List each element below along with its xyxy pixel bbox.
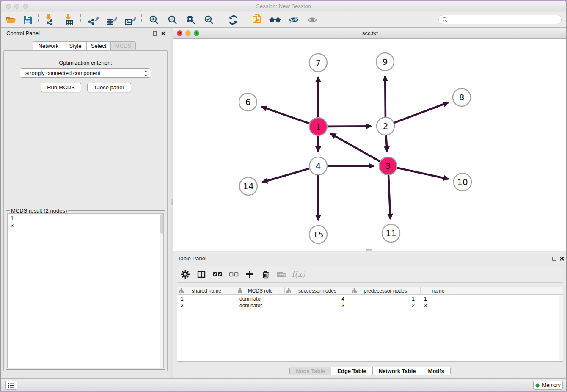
add-column-icon[interactable] [242, 268, 258, 281]
cell-shared-name[interactable]: 1 [177, 295, 236, 302]
edge-2-8[interactable] [394, 102, 449, 123]
zoom-selected-icon[interactable] [202, 14, 216, 26]
window-title: Session: New Session [1, 3, 566, 9]
duplicate-network-icon[interactable] [250, 14, 264, 26]
graph-node-6[interactable]: 6 [239, 93, 257, 111]
graph-node-10[interactable]: 10 [454, 173, 471, 191]
open-session-icon[interactable] [3, 14, 17, 26]
export-image-icon[interactable] [124, 14, 137, 26]
edge-1-2[interactable] [328, 126, 371, 127]
title-bar[interactable]: Session: New Session [1, 1, 566, 11]
criterion-dropdown[interactable]: strongly connected component [20, 68, 151, 78]
table-panel-title: Table Panel [178, 255, 206, 262]
zoom-out-icon[interactable] [166, 14, 179, 26]
hide-selected-icon[interactable] [287, 14, 300, 26]
table-row[interactable]: 3dominator323 [177, 302, 563, 309]
dropdown-stepper-icon [143, 70, 148, 77]
task-history-button[interactable] [5, 381, 17, 390]
cell-predecessor-nodes[interactable]: 1 [350, 295, 421, 302]
graph-node-2[interactable]: 2 [377, 117, 394, 135]
zoom-in-icon[interactable] [147, 14, 161, 26]
edge-2-9[interactable] [385, 76, 385, 117]
node-table[interactable]: shared nameMCDS rolesuccessor nodesprede… [177, 287, 563, 362]
first-neighbors-icon[interactable] [269, 14, 282, 26]
memory-button[interactable]: Memory [533, 381, 563, 390]
select-all-rows-icon[interactable] [209, 268, 226, 281]
tab-node-table[interactable]: Node Table [289, 367, 331, 375]
export-network-icon[interactable] [86, 14, 100, 26]
splitter-handle[interactable] [171, 199, 173, 205]
edge-3-1[interactable] [331, 134, 380, 162]
control-panel-title: Control Panel [6, 30, 40, 36]
show-all-icon[interactable] [306, 14, 319, 26]
tab-mcds[interactable]: MCDS [110, 41, 136, 50]
edge-4-14[interactable] [262, 168, 309, 182]
close-control-panel-icon[interactable] [160, 30, 166, 36]
graph-node-8[interactable]: 8 [453, 88, 471, 106]
column-header-MCDS-role[interactable]: MCDS role [236, 287, 285, 295]
memory-status-icon [535, 383, 540, 388]
refresh-layout-icon[interactable] [226, 14, 240, 26]
table-settings-gear-icon[interactable] [177, 268, 193, 281]
close-panel-button[interactable]: Close panel [87, 83, 131, 92]
column-header-name[interactable]: name [421, 287, 456, 295]
graph-node-14[interactable]: 14 [239, 177, 257, 195]
tab-select[interactable]: Select [86, 41, 111, 50]
tab-network[interactable]: Network [33, 41, 64, 50]
cell-MCDS-role[interactable]: dominator [236, 302, 285, 309]
cell-MCDS-role[interactable]: dominator [236, 295, 285, 302]
tab-motifs[interactable]: Motifs [422, 367, 451, 375]
cell-name[interactable]: 3 [421, 302, 456, 309]
graph-node-4[interactable]: 4 [309, 157, 327, 175]
svg-text:f(x): f(x) [292, 270, 305, 279]
zoom-fit-icon[interactable] [184, 14, 198, 26]
save-session-icon[interactable] [21, 14, 35, 26]
float-control-panel-icon[interactable] [152, 30, 158, 36]
cell-successor-nodes[interactable]: 3 [285, 302, 350, 309]
sort-tree-icon [238, 288, 242, 293]
run-mcds-button[interactable]: Run MCDS [41, 83, 81, 92]
tab-network-table[interactable]: Network Table [372, 367, 422, 375]
network-resize-handle[interactable] [366, 249, 372, 251]
cell-predecessor-nodes[interactable]: 2 [350, 302, 421, 309]
deselect-all-rows-icon[interactable] [226, 268, 242, 281]
export-table-icon[interactable] [105, 14, 118, 26]
edge-1-6[interactable] [261, 107, 309, 124]
graph-node-1[interactable]: 1 [309, 118, 327, 135]
cell-shared-name[interactable]: 3 [177, 302, 236, 309]
close-table-panel-icon[interactable] [559, 256, 565, 262]
svg-text:4: 4 [316, 161, 321, 171]
network-window-titlebar[interactable]: ✕ − + scc.txt [173, 28, 567, 39]
column-header-shared-name[interactable]: shared name [177, 287, 236, 295]
sort-tree-icon [179, 288, 184, 293]
edge-3-11[interactable] [388, 175, 391, 219]
cell-successor-nodes[interactable]: 4 [285, 295, 350, 302]
graph-node-3[interactable]: 3 [379, 157, 397, 175]
toggle-column-split-icon[interactable] [193, 268, 209, 281]
edge-2-3[interactable] [386, 135, 387, 152]
mcds-result-textarea[interactable]: 1 3 [7, 213, 164, 368]
cell-name[interactable]: 1 [421, 295, 456, 302]
toolbar-separator [38, 14, 39, 25]
svg-text:15: 15 [313, 229, 323, 240]
table-row[interactable]: 1dominator411 [177, 295, 563, 302]
column-header-successor-nodes[interactable]: successor nodes [285, 287, 350, 295]
panel-splitter[interactable] [170, 28, 173, 379]
graph-node-11[interactable]: 11 [382, 224, 400, 242]
table-scrollbar[interactable] [559, 295, 563, 361]
import-table-icon[interactable] [63, 14, 76, 26]
delete-column-icon[interactable] [258, 268, 274, 281]
search-input[interactable] [438, 15, 562, 24]
graph-node-7[interactable]: 7 [309, 54, 327, 72]
graph-node-15[interactable]: 15 [309, 226, 327, 243]
import-network-icon[interactable] [43, 14, 57, 26]
graph-node-9[interactable]: 9 [376, 53, 394, 71]
edge-3-10[interactable] [397, 168, 449, 179]
column-header-predecessor-nodes[interactable]: predecessor nodes [350, 287, 421, 295]
result-scrollbar[interactable] [160, 214, 163, 368]
tab-edge-table[interactable]: Edge Table [331, 367, 372, 375]
mcds-panel: Optimization criterion: strongly connect… [3, 50, 168, 371]
float-table-panel-icon[interactable] [551, 256, 557, 262]
network-canvas[interactable]: 7968124314101511 [173, 39, 567, 251]
tab-style[interactable]: Style [64, 41, 87, 50]
